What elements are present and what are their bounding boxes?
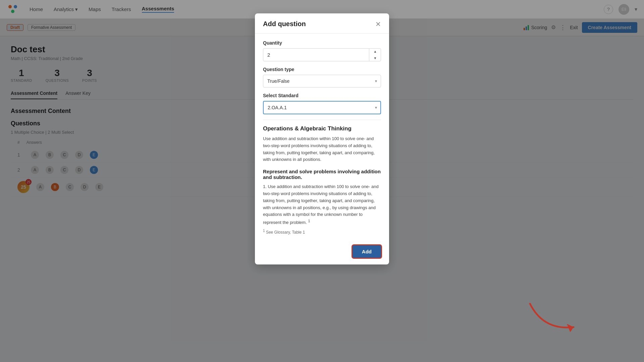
- standard-numbered-item: 1. Use addition and subtraction within 1…: [263, 183, 381, 226]
- quantity-input[interactable]: [263, 48, 381, 61]
- standard-heading: Operations & Algebraic Thinking: [263, 125, 381, 132]
- modal-body: Quantity ▲ ▼ Question type Multiple Choi…: [255, 34, 389, 241]
- standard-info: Operations & Algebraic Thinking Use addi…: [263, 120, 381, 235]
- quantity-up-button[interactable]: ▲: [369, 48, 381, 55]
- modal-title: Add question: [263, 20, 306, 28]
- quantity-field-wrap: ▲ ▼: [263, 48, 381, 61]
- quantity-label: Quantity: [263, 40, 381, 46]
- standard-footnote-sup: 1: [308, 219, 310, 223]
- question-type-select-wrap: Multiple Choice True/False Multi Select …: [263, 75, 381, 87]
- standard-footnote: 1 See Glossary, Table 1: [263, 229, 381, 235]
- close-button[interactable]: ✕: [375, 21, 381, 27]
- standard-description: Use addition and subtraction within 100 …: [263, 135, 381, 163]
- select-standard-select[interactable]: 2.OA.A.1 2.OA.A.2 2.NBT.A.1: [263, 101, 381, 114]
- add-question-modal: Add question ✕ Quantity ▲ ▼ Question typ…: [255, 13, 389, 264]
- modal-header: Add question ✕: [255, 13, 389, 34]
- modal-overlay[interactable]: Add question ✕ Quantity ▲ ▼ Question typ…: [0, 0, 644, 362]
- add-button[interactable]: Add: [353, 245, 381, 258]
- question-type-label: Question type: [263, 67, 381, 72]
- modal-footer: Add: [255, 241, 389, 264]
- quantity-down-button[interactable]: ▼: [369, 55, 381, 62]
- question-type-select[interactable]: Multiple Choice True/False Multi Select …: [263, 75, 381, 87]
- standard-sub-heading: Represent and solve problems involving a…: [263, 169, 381, 180]
- select-standard-wrap: 2.OA.A.1 2.OA.A.2 2.NBT.A.1 ▾: [263, 101, 381, 114]
- select-standard-label: Select Standard: [263, 93, 381, 98]
- quantity-arrows: ▲ ▼: [369, 48, 381, 61]
